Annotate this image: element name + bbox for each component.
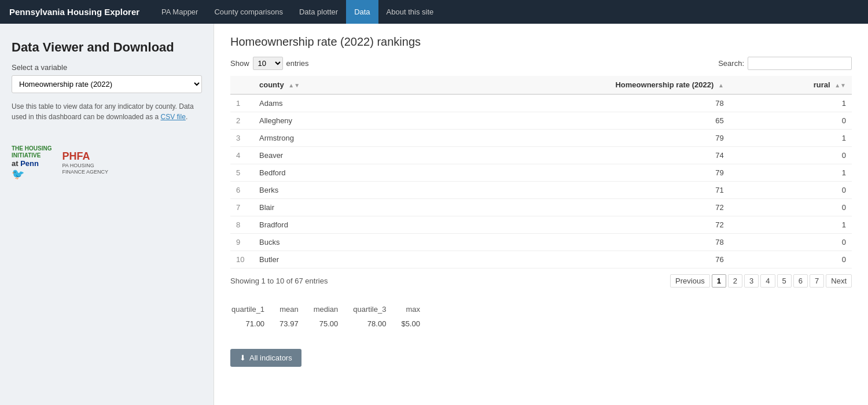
sidebar-title: Data Viewer and Download xyxy=(12,40,202,55)
row-num: 7 xyxy=(230,199,253,216)
brand-title: Pennsylvania Housing Explorer xyxy=(9,7,139,17)
row-rural: 1 xyxy=(730,130,852,147)
row-rural: 0 xyxy=(730,112,852,130)
csv-link[interactable]: CSV file xyxy=(161,113,186,121)
search-input[interactable] xyxy=(748,57,852,70)
variable-label: Select a variable xyxy=(12,63,202,72)
row-num: 6 xyxy=(230,182,253,199)
row-num: 5 xyxy=(230,164,253,182)
show-label: Show xyxy=(230,59,249,68)
stats-section: quartile_1 mean median quartile_3 max 71… xyxy=(230,301,852,332)
row-num: 10 xyxy=(230,251,253,268)
stat-quartile1-header: quartile_1 xyxy=(231,303,278,316)
nav-data-plotter[interactable]: Data plotter xyxy=(291,0,346,24)
row-county: Bradford xyxy=(253,216,398,234)
row-rural: 0 xyxy=(730,251,852,268)
stat-max-header: max xyxy=(401,303,434,316)
row-rural: 0 xyxy=(730,234,852,251)
nav-data[interactable]: Data xyxy=(346,0,378,24)
page-1-button[interactable]: 1 xyxy=(712,274,726,288)
pagination: Previous 1 2 3 4 5 6 7 Next xyxy=(670,274,852,288)
variable-select[interactable]: Homeownership rate (2022) xyxy=(12,75,202,93)
page-layout: Data Viewer and Download Select a variab… xyxy=(0,24,868,405)
table-body: 1 Adams 78 1 2 Allegheny 65 0 3 Armstron… xyxy=(230,94,852,268)
logos-area: THE HOUSING INITIATIVE at Penn 🐦 PHFA PA… xyxy=(12,145,202,181)
stat-median-value: 75.00 xyxy=(314,317,352,330)
row-rural: 1 xyxy=(730,164,852,182)
showing-text: Showing 1 to 10 of 67 entries xyxy=(230,277,328,285)
row-rate: 79 xyxy=(398,130,730,147)
download-all-button[interactable]: ⬇ All indicators xyxy=(230,349,301,367)
data-table: county ▲▼ Homeownership rate (2022) ▲ ru… xyxy=(230,76,852,268)
search-control: Search: xyxy=(718,57,852,70)
page-4-button[interactable]: 4 xyxy=(760,274,775,288)
stat-median-header: median xyxy=(314,303,352,316)
stat-max-value: $5.00 xyxy=(401,317,434,330)
sidebar-description: Use this table to view data for any indi… xyxy=(12,101,202,122)
entries-select[interactable]: 10 25 50 100 xyxy=(253,57,283,70)
table-row: 1 Adams 78 1 xyxy=(230,94,852,112)
row-county: Bucks xyxy=(253,234,398,251)
row-num: 9 xyxy=(230,234,253,251)
row-county: Armstrong xyxy=(253,130,398,147)
county-sort-icon: ▲▼ xyxy=(288,82,300,89)
table-row: 5 Bedford 79 1 xyxy=(230,164,852,182)
download-label: All indicators xyxy=(249,354,292,362)
main-content: Homeownership rate (2022) rankings Show … xyxy=(214,24,868,405)
row-county: Adams xyxy=(253,94,398,112)
table-row: 9 Bucks 78 0 xyxy=(230,234,852,251)
row-rate: 74 xyxy=(398,147,730,164)
table-row: 3 Armstrong 79 1 xyxy=(230,130,852,147)
row-rural: 1 xyxy=(730,216,852,234)
page-6-button[interactable]: 6 xyxy=(793,274,808,288)
nav-about[interactable]: About this site xyxy=(378,0,442,24)
stats-table: quartile_1 mean median quartile_3 max 71… xyxy=(230,301,435,332)
table-row: 10 Butler 76 0 xyxy=(230,251,852,268)
table-row: 2 Allegheny 65 0 xyxy=(230,112,852,130)
col-rural[interactable]: rural ▲▼ xyxy=(730,76,852,94)
row-county: Berks xyxy=(253,182,398,199)
row-num: 3 xyxy=(230,130,253,147)
row-county: Allegheny xyxy=(253,112,398,130)
col-rownum xyxy=(230,76,253,94)
table-header: county ▲▼ Homeownership rate (2022) ▲ ru… xyxy=(230,76,852,94)
row-rate: 72 xyxy=(398,216,730,234)
download-icon: ⬇ xyxy=(240,354,246,362)
page-7-button[interactable]: 7 xyxy=(810,274,824,288)
rural-sort-icon: ▲▼ xyxy=(834,82,846,89)
row-num: 2 xyxy=(230,112,253,130)
row-rate: 78 xyxy=(398,234,730,251)
row-county: Blair xyxy=(253,199,398,216)
page-3-button[interactable]: 3 xyxy=(744,274,759,288)
show-entries-control: Show 10 25 50 100 entries xyxy=(230,57,309,70)
row-rate: 78 xyxy=(398,94,730,112)
row-county: Butler xyxy=(253,251,398,268)
navbar: Pennsylvania Housing Explorer PA Mapper … xyxy=(0,0,868,24)
page-5-button[interactable]: 5 xyxy=(777,274,792,288)
phfa-logo: PHFA PA HOUSINGFINANCE AGENCY xyxy=(62,150,108,175)
sidebar: Data Viewer and Download Select a variab… xyxy=(0,24,214,405)
table-row: 7 Blair 72 0 xyxy=(230,199,852,216)
row-rural: 0 xyxy=(730,182,852,199)
search-label: Search: xyxy=(718,59,744,68)
stat-quartile1-value: 71.00 xyxy=(231,317,278,330)
row-rate: 71 xyxy=(398,182,730,199)
table-controls: Show 10 25 50 100 entries Search: xyxy=(230,57,852,70)
row-rural: 0 xyxy=(730,199,852,216)
row-rate: 72 xyxy=(398,199,730,216)
col-homeownership[interactable]: Homeownership rate (2022) ▲ xyxy=(398,76,730,94)
row-rate: 65 xyxy=(398,112,730,130)
col-county[interactable]: county ▲▼ xyxy=(253,76,398,94)
stat-mean-header: mean xyxy=(279,303,312,316)
nav-county-comparisons[interactable]: County comparisons xyxy=(206,0,291,24)
page-2-button[interactable]: 2 xyxy=(728,274,742,288)
prev-page-button[interactable]: Previous xyxy=(670,274,710,288)
stat-mean-value: 73.97 xyxy=(279,317,312,330)
row-num: 1 xyxy=(230,94,253,112)
row-num: 4 xyxy=(230,147,253,164)
next-page-button[interactable]: Next xyxy=(826,274,852,288)
row-county: Bedford xyxy=(253,164,398,182)
table-row: 8 Bradford 72 1 xyxy=(230,216,852,234)
row-rural: 1 xyxy=(730,94,852,112)
nav-pa-mapper[interactable]: PA Mapper xyxy=(153,0,206,24)
